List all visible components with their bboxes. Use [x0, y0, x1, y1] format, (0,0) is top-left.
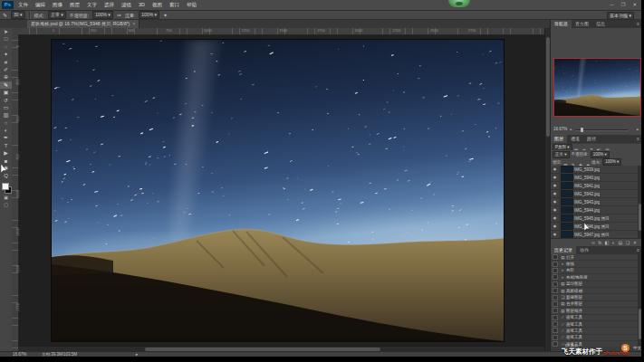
history-source-checkbox[interactable]	[553, 262, 558, 267]
layer-row[interactable]: ◉IMG_5939.jpg	[551, 166, 642, 174]
history-step-row[interactable]: ▤高斯模糊	[551, 288, 642, 294]
history-step-row[interactable]: ❏新建图层	[551, 294, 642, 300]
mode-dropdown[interactable]: 正常 ▾	[48, 11, 66, 19]
history-source-checkbox[interactable]	[553, 268, 558, 273]
layer-visibility-eye-icon[interactable]: ◉	[551, 223, 560, 230]
zoom-in-mountain-icon[interactable]: ▲	[636, 127, 639, 131]
menu-item-10[interactable]: 帮助	[187, 0, 197, 10]
layer-row[interactable]: ◉IMG_5945.jpg 拷贝	[551, 214, 642, 223]
workspace-switcher[interactable]: 基本功能 ▾	[607, 12, 634, 20]
type-tool[interactable]: T	[0, 142, 12, 149]
layer-visibility-eye-icon[interactable]: ◉	[551, 198, 560, 205]
layer-row[interactable]: ◉IMG_5946.jpg 拷贝	[551, 223, 642, 231]
menu-item-8[interactable]: 视图	[152, 0, 162, 10]
layer-row[interactable]: ◉IMG_5944.jpg	[551, 206, 642, 214]
navigator-tab-1[interactable]: 直方图	[572, 20, 592, 28]
dodge-tool[interactable]: ◐	[0, 127, 12, 134]
pen-tool[interactable]: ✒	[0, 134, 12, 141]
foreground-color-swatch[interactable]	[2, 183, 9, 190]
clone-stamp-tool[interactable]: ▣	[0, 89, 12, 96]
navigator-tab-0[interactable]: 导航器	[551, 20, 572, 28]
menu-item-2[interactable]: 图像	[53, 0, 62, 10]
history-source-checkbox[interactable]	[553, 295, 558, 300]
gradient-tool[interactable]: ▥	[0, 111, 12, 119]
layer-thumbnail[interactable]	[562, 191, 572, 196]
airbrush-icon[interactable]: ✦	[163, 11, 168, 20]
navigator-panel-menu-icon[interactable]: ≡	[637, 20, 639, 28]
history-source-checkbox[interactable]	[553, 274, 558, 280]
layer-row[interactable]: ◉IMG_5943.jpg	[551, 198, 642, 206]
layer-thumbnail[interactable]	[562, 224, 572, 229]
history-source-checkbox[interactable]	[553, 254, 558, 260]
layer-row[interactable]: ◉IMG_5941.jpg	[551, 182, 642, 190]
layer-visibility-eye-icon[interactable]: ◉	[551, 214, 560, 222]
history-step-row[interactable]: ∕画笔工具	[551, 328, 642, 334]
opacity-dropdown[interactable]: 100% ▾	[92, 11, 113, 19]
layer-visibility-eye-icon[interactable]: ◉	[551, 231, 560, 238]
layer-thumbnail[interactable]	[562, 175, 572, 180]
navigator-thumbnail[interactable]	[553, 58, 641, 117]
navigator-zoom-handle[interactable]	[581, 128, 583, 132]
menu-item-7[interactable]: 3D	[139, 0, 145, 10]
navigator-tab-2[interactable]: 信息	[592, 20, 609, 28]
layer-row[interactable]: ◉IMG_5940.jpg	[551, 174, 642, 182]
layer-thumbnail[interactable]	[562, 232, 572, 237]
history-source-checkbox[interactable]	[553, 301, 558, 307]
history-tab-1[interactable]: 动作	[576, 246, 592, 254]
layer-thumbnail[interactable]	[562, 215, 572, 221]
close-button[interactable]: ✕	[632, 0, 637, 10]
layers-tab-0[interactable]: 图层	[551, 135, 567, 143]
history-source-checkbox[interactable]	[553, 321, 558, 327]
restore-button[interactable]: ❐	[620, 0, 625, 10]
layer-thumbnail[interactable]	[562, 167, 572, 172]
pressure-icon[interactable]: ✑	[117, 11, 121, 20]
color-swatches[interactable]	[0, 182, 12, 194]
document-tab[interactable]: 星轨堆栈.psd @ 16.7%(IMG_5948 拷贝, RGB/8*)×	[27, 20, 139, 28]
layers-panel-menu-icon[interactable]: ≡	[637, 135, 639, 143]
layer-visibility-eye-icon[interactable]: ◉	[551, 206, 560, 214]
history-step-row[interactable]: ▤合并图层	[551, 301, 642, 308]
layer-visibility-eye-icon[interactable]: ◉	[551, 182, 560, 189]
path-select-tool[interactable]: ▶	[0, 149, 12, 157]
layer-row[interactable]: ◉IMG_5942.jpg	[551, 190, 642, 198]
history-source-checkbox[interactable]	[553, 335, 558, 340]
layer-thumbnail[interactable]	[562, 183, 572, 188]
healing-brush-tool[interactable]: ⊕	[0, 73, 12, 81]
layer-visibility-eye-icon[interactable]: ◉	[551, 174, 560, 181]
tab-close-icon[interactable]: ×	[132, 21, 135, 26]
zoom-out-mountain-icon[interactable]: ▴	[570, 127, 572, 131]
history-source-checkbox[interactable]	[553, 328, 558, 333]
menu-item-1[interactable]: 编辑	[35, 0, 45, 10]
menu-item-3[interactable]: 图层	[70, 0, 80, 10]
history-step-row[interactable]: ∕画笔工具	[551, 321, 642, 328]
eyedropper-tool[interactable]: ✐	[0, 66, 12, 73]
history-step-row[interactable]: ◐曲线	[551, 261, 642, 267]
history-step-row[interactable]: ◐色相/饱和度	[551, 274, 642, 281]
layer-thumbnail[interactable]	[562, 207, 572, 213]
active-tool-icon[interactable]: ✎	[3, 11, 7, 20]
eraser-tool[interactable]: ▭	[0, 104, 12, 111]
layer-row[interactable]: ◉IMG_5947.jpg 拷贝	[551, 231, 642, 238]
crop-tool[interactable]: #	[0, 59, 12, 66]
menu-item-0[interactable]: 文件	[18, 0, 28, 10]
layer-thumbnail[interactable]	[562, 199, 572, 205]
lasso-tool[interactable]: ◌	[0, 43, 12, 51]
move-tool[interactable]: ➤	[0, 28, 12, 35]
navigator-zoom-value[interactable]: 16.67%	[553, 127, 567, 131]
history-source-checkbox[interactable]	[553, 308, 558, 313]
marquee-tool[interactable]: □	[0, 35, 12, 43]
menu-item-4[interactable]: 文字	[87, 0, 97, 10]
history-source-checkbox[interactable]	[553, 281, 558, 287]
blur-tool[interactable]: ○	[0, 119, 12, 127]
layer-visibility-eye-icon[interactable]: ◉	[551, 166, 560, 173]
fill-dropdown[interactable]: 100% ▾	[602, 158, 621, 166]
history-source-checkbox[interactable]	[553, 288, 558, 293]
history-tab-0[interactable]: 历史记录	[551, 246, 576, 254]
layers-opacity-dropdown[interactable]: 100% ▾	[591, 151, 610, 158]
document-image[interactable]	[52, 40, 504, 341]
brush-size-dropdown[interactable]: 30 ▾	[11, 11, 24, 19]
menu-item-5[interactable]: 选择	[104, 0, 114, 10]
history-brush-tool[interactable]: ↺	[0, 97, 12, 104]
menu-item-6[interactable]: 滤镜	[121, 0, 131, 10]
history-step-row[interactable]: ∕画笔工具	[551, 315, 642, 321]
